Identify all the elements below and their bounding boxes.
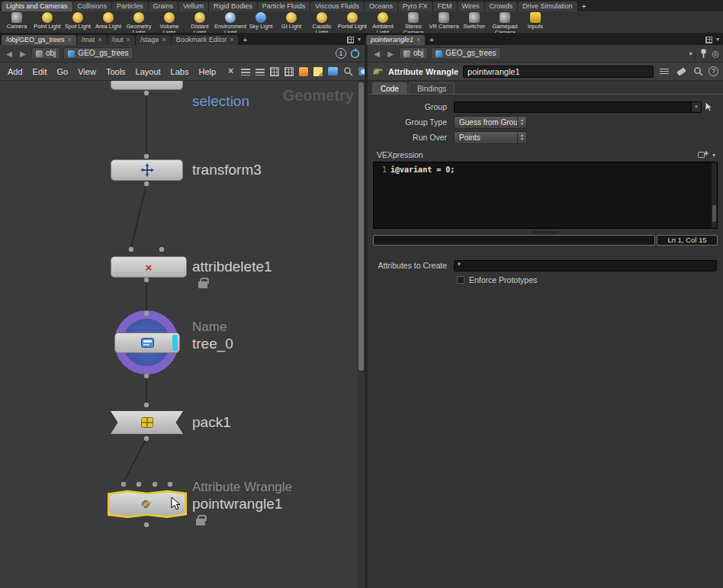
shelf-tool[interactable]: Area Light bbox=[93, 11, 124, 30]
chevron-down-icon[interactable]: ▾ bbox=[712, 152, 715, 159]
code-line[interactable]: i@variant = 0; bbox=[390, 162, 455, 228]
attributes-to-create-input[interactable] bbox=[454, 260, 717, 272]
group-select-arrow-icon[interactable] bbox=[702, 101, 717, 112]
shelf-tool[interactable]: Environment Light bbox=[215, 11, 246, 34]
menu-help[interactable]: Help bbox=[198, 67, 216, 76]
pane-link-badge[interactable]: 1 bbox=[336, 48, 346, 59]
run-over-dropdown[interactable]: Points ▲▼ bbox=[454, 131, 527, 144]
shelf-tool[interactable]: Gamepad Camera bbox=[490, 11, 520, 34]
node-title[interactable]: pointwrangle1 bbox=[192, 496, 282, 512]
pane-layout-icon[interactable] bbox=[705, 37, 712, 43]
stepper-icon[interactable]: ▲▼ bbox=[517, 117, 526, 128]
node-pack1[interactable] bbox=[111, 411, 183, 434]
network-canvas[interactable]: Geometry bbox=[0, 81, 365, 588]
close-icon[interactable]: × bbox=[230, 35, 233, 45]
gear-icon[interactable] bbox=[658, 66, 670, 77]
path-root-chip[interactable]: obj bbox=[399, 47, 428, 59]
shelf-tab[interactable]: Oceans bbox=[365, 2, 397, 11]
menu-edit[interactable]: Edit bbox=[33, 67, 47, 76]
shelf-tool[interactable]: Stereo Camera bbox=[398, 11, 429, 34]
shelf-tab[interactable]: Collisions bbox=[73, 2, 112, 11]
node-title[interactable]: pack1 bbox=[192, 414, 231, 431]
scrollbar-thumb[interactable] bbox=[712, 205, 716, 222]
shelf-tab[interactable]: Particles bbox=[112, 2, 148, 11]
shelf-tool[interactable]: VR Camera bbox=[429, 11, 459, 30]
node-selection[interactable] bbox=[111, 81, 183, 90]
shelf-tool[interactable]: Geometry Light bbox=[124, 11, 154, 34]
x-icon[interactable]: × bbox=[226, 66, 236, 76]
shelf-tool[interactable]: GI Light bbox=[276, 11, 307, 30]
shelf-tool[interactable]: Point Light bbox=[32, 11, 63, 30]
follow-selection-icon[interactable]: ◎ bbox=[712, 49, 719, 59]
shelf-tool[interactable]: Sky Light bbox=[246, 11, 276, 30]
node-title[interactable]: selection bbox=[192, 93, 249, 110]
menu-add[interactable]: Add bbox=[8, 67, 23, 76]
chevron-down-icon[interactable]: ▾ bbox=[689, 50, 692, 57]
path-node-chip[interactable]: GEO_gs_trees bbox=[431, 47, 500, 59]
pane-tab[interactable]: Bookmark Editor × bbox=[172, 35, 239, 45]
forward-arrow-icon[interactable]: ▶ bbox=[385, 50, 396, 58]
shelf-tab[interactable]: Crowds bbox=[485, 2, 518, 11]
dense-grid-icon[interactable] bbox=[284, 67, 294, 76]
pane-tab[interactable]: /out × bbox=[108, 35, 135, 45]
back-arrow-icon[interactable]: ◀ bbox=[4, 50, 14, 58]
back-arrow-icon[interactable]: ◀ bbox=[371, 50, 382, 58]
sync-icon[interactable] bbox=[349, 48, 361, 59]
group-type-dropdown[interactable]: Guess from Group ▲▼ bbox=[454, 116, 527, 129]
shelf-tab[interactable]: Drive Simulation bbox=[518, 2, 577, 11]
menu-go[interactable]: Go bbox=[57, 67, 69, 76]
shelf-tool[interactable]: Distant Light bbox=[185, 11, 215, 34]
shelf-tab[interactable]: Viscous Fluids bbox=[310, 2, 364, 11]
node-transform3[interactable] bbox=[111, 159, 183, 181]
grid-icon[interactable] bbox=[270, 67, 279, 76]
shelf-tab[interactable]: Lights and Cameras bbox=[2, 2, 72, 11]
shelf-tab[interactable]: FEM bbox=[433, 2, 457, 11]
add-tab-button[interactable]: + bbox=[426, 35, 438, 45]
pin-icon[interactable] bbox=[699, 48, 709, 59]
image-plane-icon[interactable] bbox=[328, 67, 338, 76]
chevron-down-icon[interactable]: ▾ bbox=[358, 36, 361, 43]
search-icon[interactable] bbox=[343, 66, 353, 76]
close-icon[interactable]: × bbox=[127, 35, 130, 45]
shelf-tool[interactable]: Camera bbox=[2, 11, 32, 30]
shelf-tab[interactable]: Pyro FX bbox=[398, 2, 432, 11]
shelf-tool[interactable]: Ambient Light bbox=[368, 11, 398, 34]
close-icon[interactable]: × bbox=[162, 35, 165, 45]
sticky-note-icon[interactable] bbox=[313, 67, 323, 76]
network-scrollbar[interactable] bbox=[358, 81, 365, 588]
stepper-icon[interactable]: ▲▼ bbox=[517, 132, 526, 143]
pane-tab[interactable]: pointwrangle1 × bbox=[366, 35, 425, 45]
tree-list-icon[interactable] bbox=[255, 67, 265, 76]
pane-layout-icon[interactable] bbox=[347, 37, 354, 43]
add-tab-button[interactable]: + bbox=[578, 2, 590, 11]
close-icon[interactable]: × bbox=[68, 35, 72, 45]
close-icon[interactable]: × bbox=[98, 35, 101, 45]
shelf-tab[interactable]: Grains bbox=[149, 2, 178, 11]
chevron-down-icon[interactable]: ▾ bbox=[691, 102, 701, 112]
shelf-tool[interactable]: Volume Light bbox=[154, 11, 185, 34]
brush-icon[interactable] bbox=[675, 66, 687, 77]
menu-tools[interactable]: Tools bbox=[106, 67, 126, 76]
shelf-tab[interactable]: Rigid Bodies bbox=[209, 2, 257, 11]
list-icon[interactable] bbox=[241, 67, 250, 76]
node-tree-0[interactable] bbox=[114, 333, 180, 353]
path-root-chip[interactable]: obj bbox=[31, 47, 60, 59]
shelf-tool[interactable]: Portal Light bbox=[337, 11, 368, 30]
pane-tab[interactable]: /mat × bbox=[77, 35, 107, 45]
search-icon[interactable] bbox=[692, 66, 704, 77]
vex-code-editor[interactable]: 1 i@variant = 0; bbox=[373, 162, 718, 229]
editor-resize-handle[interactable] bbox=[373, 229, 718, 235]
node-name-input[interactable] bbox=[463, 66, 654, 78]
pane-tab[interactable]: /obj/GEO_gs_trees × bbox=[2, 35, 76, 45]
tab-bindings[interactable]: Bindings bbox=[409, 82, 455, 94]
enforce-prototypes-checkbox[interactable] bbox=[457, 276, 464, 284]
node-title[interactable]: attribdelete1 bbox=[192, 259, 272, 275]
shelf-tool[interactable]: Caustic Light bbox=[307, 11, 337, 34]
scrollbar-thumb[interactable] bbox=[358, 82, 364, 371]
shelf-tool[interactable]: inputs bbox=[520, 11, 551, 30]
help-icon[interactable]: ? bbox=[709, 66, 718, 76]
menu-view[interactable]: View bbox=[78, 67, 96, 76]
shelf-tab[interactable]: Particle Fluids bbox=[258, 2, 310, 11]
forward-arrow-icon[interactable]: ▶ bbox=[18, 50, 28, 58]
snippet-presets-icon[interactable] bbox=[698, 150, 709, 159]
